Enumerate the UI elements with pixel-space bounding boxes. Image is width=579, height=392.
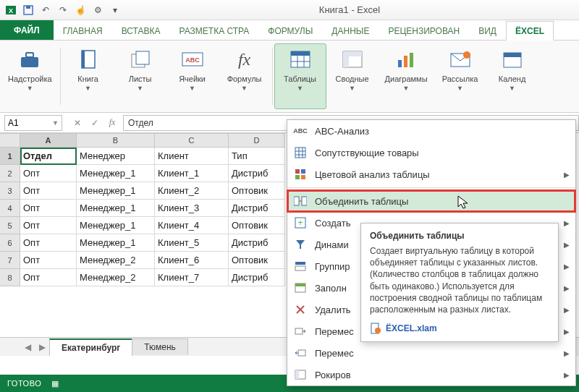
chevron-down-icon: ▼: [403, 85, 410, 92]
row-header[interactable]: 4: [0, 200, 20, 217]
tab-pagelayout[interactable]: РАЗМЕТКА СТРА: [170, 21, 259, 40]
calendar-icon: [500, 47, 525, 72]
cell[interactable]: Отдел: [20, 148, 77, 165]
chevron-down-icon: ▼: [241, 85, 248, 92]
svg-point-52: [375, 328, 381, 333]
sheet-nav-prev-icon[interactable]: ◀: [20, 342, 35, 352]
cell[interactable]: Опт: [20, 234, 77, 252]
cell[interactable]: Менеджер_2: [77, 269, 155, 286]
cell[interactable]: Клиент_4: [155, 217, 229, 234]
menu-move2[interactable]: Перемес ▶: [287, 342, 575, 364]
submenu-arrow-icon: ▶: [564, 306, 570, 314]
ribbon-calendar[interactable]: Календ ▼: [486, 43, 538, 109]
row-header[interactable]: 7: [0, 252, 20, 269]
select-all-corner[interactable]: [0, 133, 20, 148]
col-header-A[interactable]: A: [20, 133, 77, 148]
tab-insert[interactable]: ВСТАВКА: [112, 21, 170, 40]
tab-home[interactable]: ГЛАВНАЯ: [54, 21, 112, 40]
cell[interactable]: Клиент_1: [155, 165, 229, 182]
save-icon[interactable]: [20, 2, 36, 18]
ribbon-sheets[interactable]: Листы ▼: [114, 43, 166, 109]
ribbon-addin[interactable]: Надстройка ▼: [1, 43, 59, 109]
ribbon-pivot[interactable]: Сводные ▼: [326, 43, 379, 109]
cell[interactable]: Менеджер_1: [77, 182, 155, 200]
menu-color-analysis[interactable]: Цветовой анализ таблицы ▶: [287, 163, 575, 185]
cell[interactable]: Клиент_2: [155, 182, 229, 200]
cell[interactable]: Клиент_7: [155, 269, 229, 286]
col-header-C[interactable]: C: [155, 133, 229, 148]
menu-merge-tables[interactable]: Объединить таблицы: [287, 190, 575, 212]
touch-mode-icon[interactable]: ☝: [72, 2, 88, 18]
svg-rect-47: [295, 328, 303, 334]
cell[interactable]: Клиент_5: [155, 234, 229, 252]
cell[interactable]: Менеджер_1: [77, 234, 155, 252]
cell[interactable]: Клиент_3: [155, 200, 229, 217]
excel-icon[interactable]: X: [3, 2, 19, 18]
book-icon: [76, 47, 101, 72]
cell[interactable]: Опт: [20, 200, 77, 217]
cell[interactable]: Тип: [229, 148, 285, 165]
row-header[interactable]: 1: [0, 148, 20, 165]
col-header-B[interactable]: B: [77, 133, 155, 148]
cell[interactable]: Менеджер: [77, 148, 155, 165]
cell[interactable]: Дистриб: [229, 200, 285, 217]
cell[interactable]: Дистриб: [229, 165, 285, 182]
ribbon-charts[interactable]: Диаграммы ▼: [379, 43, 434, 109]
row-header[interactable]: 3: [0, 182, 20, 200]
cell[interactable]: Клиент_6: [155, 252, 229, 269]
tab-excel-addin[interactable]: ËXCEL: [506, 21, 554, 41]
sheet-nav-next-icon[interactable]: ▶: [35, 342, 49, 352]
tab-file[interactable]: ФАЙЛ: [0, 20, 54, 40]
col-header-D[interactable]: D: [229, 133, 285, 148]
enter-icon[interactable]: ✓: [87, 115, 103, 131]
cell[interactable]: Менеджер_1: [77, 165, 155, 182]
row-header[interactable]: 2: [0, 165, 20, 182]
ribbon-label: Календ: [499, 74, 526, 83]
cell[interactable]: Клиент: [155, 148, 229, 165]
tab-view[interactable]: ВИД: [469, 21, 506, 40]
undo-icon[interactable]: ↶: [38, 2, 54, 18]
fx-insert-icon[interactable]: fx: [104, 115, 120, 131]
cell[interactable]: Оптовик: [229, 182, 285, 200]
cell[interactable]: Дистриб: [229, 269, 285, 286]
menu-pivot2[interactable]: Рокиров ▶: [287, 364, 575, 385]
menu-label: ABC-Анализ: [315, 126, 570, 137]
ribbon-formulas[interactable]: fx Формулы ▼: [219, 43, 271, 109]
cell[interactable]: Опт: [20, 252, 77, 269]
ribbon-mail[interactable]: Рассылка ▼: [434, 43, 486, 109]
ribbon-book[interactable]: Книга ▼: [62, 43, 114, 109]
sheet-tab-active[interactable]: Екатеринбург: [49, 338, 132, 356]
chevron-down-icon: ▼: [189, 85, 195, 92]
cell[interactable]: Менеджер_1: [77, 217, 155, 234]
svg-rect-21: [404, 56, 407, 67]
menu-related-goods[interactable]: Сопутствующие товары: [287, 142, 575, 163]
svg-text:ABC: ABC: [185, 56, 200, 64]
tab-data[interactable]: ДАННЫЕ: [322, 21, 379, 40]
cell[interactable]: Менеджер_2: [77, 252, 155, 269]
tab-formulas[interactable]: ФОРМУЛЫ: [258, 21, 322, 40]
cell[interactable]: Дистриб: [229, 234, 285, 252]
submenu-arrow-icon: ▶: [564, 241, 570, 249]
menu-abc-analysis[interactable]: ABC ABC-Анализ: [287, 120, 575, 142]
sheet-tab[interactable]: Тюмень: [132, 338, 187, 355]
ribbon-cells[interactable]: ABC Ячейки ▼: [166, 43, 219, 109]
row-header[interactable]: 6: [0, 234, 20, 252]
tab-review[interactable]: РЕЦЕНЗИРОВАН: [379, 21, 469, 40]
cell[interactable]: Опт: [20, 217, 77, 234]
cell[interactable]: Опт: [20, 165, 77, 182]
ribbon-tables[interactable]: Таблицы ▼: [274, 43, 326, 109]
row-header[interactable]: 5: [0, 217, 20, 234]
row-header[interactable]: 8: [0, 269, 20, 286]
name-box[interactable]: A1 ▼: [4, 115, 62, 131]
qat-more-icon[interactable]: ▾: [107, 2, 123, 18]
props-icon[interactable]: ⚙: [90, 2, 106, 18]
svg-rect-9: [136, 51, 149, 64]
cell[interactable]: Менеджер_1: [77, 200, 155, 217]
cell[interactable]: Опт: [20, 269, 77, 286]
redo-icon[interactable]: ↷: [55, 2, 71, 18]
cell[interactable]: Оптовик: [229, 252, 285, 269]
cell[interactable]: Оптовик: [229, 217, 285, 234]
cancel-icon[interactable]: ✕: [69, 115, 85, 131]
macro-record-icon[interactable]: ▦: [51, 379, 59, 388]
cell[interactable]: Опт: [20, 182, 77, 200]
